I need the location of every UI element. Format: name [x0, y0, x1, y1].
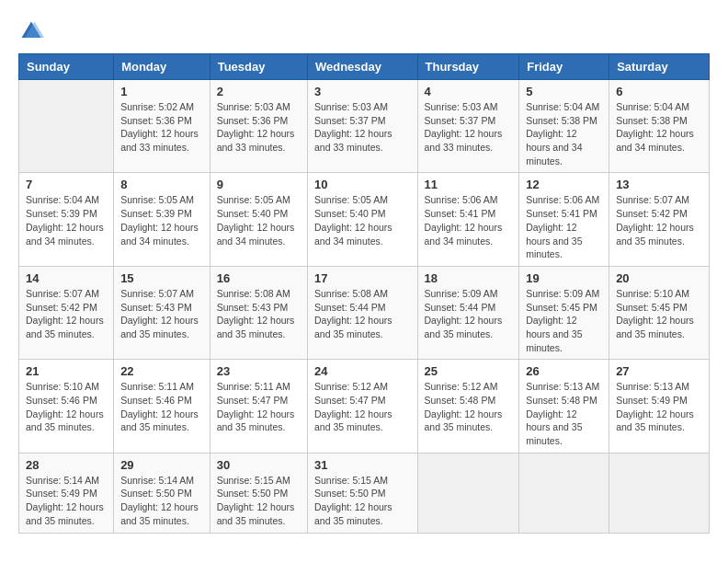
- day-number: 27: [616, 364, 702, 378]
- calendar-cell: 14Sunrise: 5:07 AMSunset: 5:42 PMDayligh…: [19, 266, 114, 359]
- day-number: 10: [314, 178, 411, 191]
- day-number: 26: [526, 364, 602, 378]
- calendar-cell: 4Sunrise: 5:03 AMSunset: 5:37 PMDaylight…: [417, 80, 519, 173]
- calendar-cell: [417, 453, 519, 533]
- header-monday: Monday: [114, 54, 210, 80]
- week-row-3: 14Sunrise: 5:07 AMSunset: 5:42 PMDayligh…: [19, 266, 710, 359]
- day-info: Sunrise: 5:15 AMSunset: 5:50 PMDaylight:…: [314, 474, 411, 528]
- day-info: Sunrise: 5:03 AMSunset: 5:37 PMDaylight:…: [425, 100, 513, 155]
- calendar-cell: 2Sunrise: 5:03 AMSunset: 5:36 PMDaylight…: [210, 80, 307, 173]
- day-info: Sunrise: 5:04 AMSunset: 5:38 PMDaylight:…: [526, 100, 602, 167]
- day-number: 31: [314, 458, 411, 472]
- day-number: 30: [217, 458, 301, 472]
- calendar-cell: [519, 453, 609, 533]
- day-info: Sunrise: 5:09 AMSunset: 5:44 PMDaylight:…: [425, 287, 513, 341]
- day-info: Sunrise: 5:07 AMSunset: 5:43 PMDaylight:…: [120, 287, 203, 341]
- logo: [18, 18, 48, 44]
- calendar-cell: 9Sunrise: 5:05 AMSunset: 5:40 PMDaylight…: [210, 173, 307, 266]
- calendar-cell: 31Sunrise: 5:15 AMSunset: 5:50 PMDayligh…: [307, 453, 417, 533]
- day-number: 20: [616, 271, 702, 285]
- calendar-cell: 15Sunrise: 5:07 AMSunset: 5:43 PMDayligh…: [114, 266, 210, 359]
- calendar-header-row: SundayMondayTuesdayWednesdayThursdayFrid…: [19, 54, 710, 80]
- day-number: 21: [26, 364, 107, 378]
- day-number: 22: [120, 364, 203, 378]
- day-info: Sunrise: 5:03 AMSunset: 5:36 PMDaylight:…: [217, 100, 301, 155]
- calendar-cell: 24Sunrise: 5:12 AMSunset: 5:47 PMDayligh…: [307, 360, 417, 453]
- day-info: Sunrise: 5:14 AMSunset: 5:49 PMDaylight:…: [26, 474, 107, 528]
- day-number: 29: [120, 458, 203, 472]
- day-number: 14: [26, 271, 107, 285]
- day-info: Sunrise: 5:13 AMSunset: 5:49 PMDaylight:…: [616, 380, 702, 434]
- calendar-cell: [19, 80, 114, 173]
- header-sunday: Sunday: [19, 54, 114, 80]
- day-info: Sunrise: 5:04 AMSunset: 5:39 PMDaylight:…: [26, 193, 107, 247]
- day-info: Sunrise: 5:10 AMSunset: 5:45 PMDaylight:…: [616, 287, 702, 341]
- header-friday: Friday: [519, 54, 609, 80]
- calendar-cell: 12Sunrise: 5:06 AMSunset: 5:41 PMDayligh…: [519, 173, 609, 266]
- calendar-cell: 1Sunrise: 5:02 AMSunset: 5:36 PMDaylight…: [114, 80, 210, 173]
- day-info: Sunrise: 5:06 AMSunset: 5:41 PMDaylight:…: [425, 193, 513, 247]
- calendar-cell: 27Sunrise: 5:13 AMSunset: 5:49 PMDayligh…: [609, 360, 710, 453]
- calendar-cell: 26Sunrise: 5:13 AMSunset: 5:48 PMDayligh…: [519, 360, 609, 453]
- calendar-cell: 30Sunrise: 5:15 AMSunset: 5:50 PMDayligh…: [210, 453, 307, 533]
- calendar-cell: 13Sunrise: 5:07 AMSunset: 5:42 PMDayligh…: [609, 173, 710, 266]
- day-info: Sunrise: 5:10 AMSunset: 5:46 PMDaylight:…: [26, 380, 107, 434]
- day-number: 4: [425, 85, 513, 98]
- logo-icon: [18, 18, 44, 44]
- day-number: 13: [616, 178, 702, 191]
- calendar-cell: 19Sunrise: 5:09 AMSunset: 5:45 PMDayligh…: [519, 266, 609, 359]
- day-number: 28: [26, 458, 107, 472]
- header-tuesday: Tuesday: [210, 54, 307, 80]
- calendar-cell: 11Sunrise: 5:06 AMSunset: 5:41 PMDayligh…: [417, 173, 519, 266]
- calendar-cell: 17Sunrise: 5:08 AMSunset: 5:44 PMDayligh…: [307, 266, 417, 359]
- day-info: Sunrise: 5:06 AMSunset: 5:41 PMDaylight:…: [526, 193, 602, 260]
- week-row-4: 21Sunrise: 5:10 AMSunset: 5:46 PMDayligh…: [19, 360, 710, 453]
- day-info: Sunrise: 5:04 AMSunset: 5:38 PMDaylight:…: [616, 100, 702, 155]
- calendar-cell: 29Sunrise: 5:14 AMSunset: 5:50 PMDayligh…: [114, 453, 210, 533]
- calendar-cell: 10Sunrise: 5:05 AMSunset: 5:40 PMDayligh…: [307, 173, 417, 266]
- day-info: Sunrise: 5:07 AMSunset: 5:42 PMDaylight:…: [616, 193, 702, 247]
- day-info: Sunrise: 5:05 AMSunset: 5:39 PMDaylight:…: [120, 193, 203, 247]
- day-info: Sunrise: 5:07 AMSunset: 5:42 PMDaylight:…: [26, 287, 107, 341]
- day-info: Sunrise: 5:02 AMSunset: 5:36 PMDaylight:…: [120, 100, 203, 155]
- day-number: 24: [314, 364, 411, 378]
- calendar-cell: 7Sunrise: 5:04 AMSunset: 5:39 PMDaylight…: [19, 173, 114, 266]
- day-info: Sunrise: 5:12 AMSunset: 5:48 PMDaylight:…: [425, 380, 513, 434]
- calendar-cell: 25Sunrise: 5:12 AMSunset: 5:48 PMDayligh…: [417, 360, 519, 453]
- calendar-cell: 6Sunrise: 5:04 AMSunset: 5:38 PMDaylight…: [609, 80, 710, 173]
- day-number: 1: [120, 85, 203, 98]
- day-info: Sunrise: 5:08 AMSunset: 5:43 PMDaylight:…: [217, 287, 301, 341]
- day-number: 5: [526, 85, 602, 98]
- day-number: 9: [217, 178, 301, 191]
- week-row-5: 28Sunrise: 5:14 AMSunset: 5:49 PMDayligh…: [19, 453, 710, 533]
- day-info: Sunrise: 5:12 AMSunset: 5:47 PMDaylight:…: [314, 380, 411, 434]
- calendar-cell: 5Sunrise: 5:04 AMSunset: 5:38 PMDaylight…: [519, 80, 609, 173]
- calendar-cell: [609, 453, 710, 533]
- day-info: Sunrise: 5:08 AMSunset: 5:44 PMDaylight:…: [314, 287, 411, 341]
- calendar-cell: 16Sunrise: 5:08 AMSunset: 5:43 PMDayligh…: [210, 266, 307, 359]
- calendar-cell: 28Sunrise: 5:14 AMSunset: 5:49 PMDayligh…: [19, 453, 114, 533]
- day-info: Sunrise: 5:09 AMSunset: 5:45 PMDaylight:…: [526, 287, 602, 354]
- day-info: Sunrise: 5:15 AMSunset: 5:50 PMDaylight:…: [217, 474, 301, 528]
- day-number: 23: [217, 364, 301, 378]
- day-info: Sunrise: 5:14 AMSunset: 5:50 PMDaylight:…: [120, 474, 203, 528]
- calendar-cell: 18Sunrise: 5:09 AMSunset: 5:44 PMDayligh…: [417, 266, 519, 359]
- day-number: 2: [217, 85, 301, 98]
- day-number: 3: [314, 85, 411, 98]
- day-number: 12: [526, 178, 602, 191]
- day-number: 8: [120, 178, 203, 191]
- calendar-cell: 20Sunrise: 5:10 AMSunset: 5:45 PMDayligh…: [609, 266, 710, 359]
- day-number: 15: [120, 271, 203, 285]
- day-number: 25: [425, 364, 513, 378]
- calendar-cell: 22Sunrise: 5:11 AMSunset: 5:46 PMDayligh…: [114, 360, 210, 453]
- calendar-cell: 3Sunrise: 5:03 AMSunset: 5:37 PMDaylight…: [307, 80, 417, 173]
- header: [18, 18, 710, 44]
- day-number: 6: [616, 85, 702, 98]
- day-number: 7: [26, 178, 107, 191]
- day-info: Sunrise: 5:05 AMSunset: 5:40 PMDaylight:…: [314, 193, 411, 247]
- day-info: Sunrise: 5:03 AMSunset: 5:37 PMDaylight:…: [314, 100, 411, 155]
- day-info: Sunrise: 5:13 AMSunset: 5:48 PMDaylight:…: [526, 380, 602, 447]
- header-saturday: Saturday: [609, 54, 710, 80]
- day-number: 19: [526, 271, 602, 285]
- day-info: Sunrise: 5:11 AMSunset: 5:46 PMDaylight:…: [120, 380, 203, 434]
